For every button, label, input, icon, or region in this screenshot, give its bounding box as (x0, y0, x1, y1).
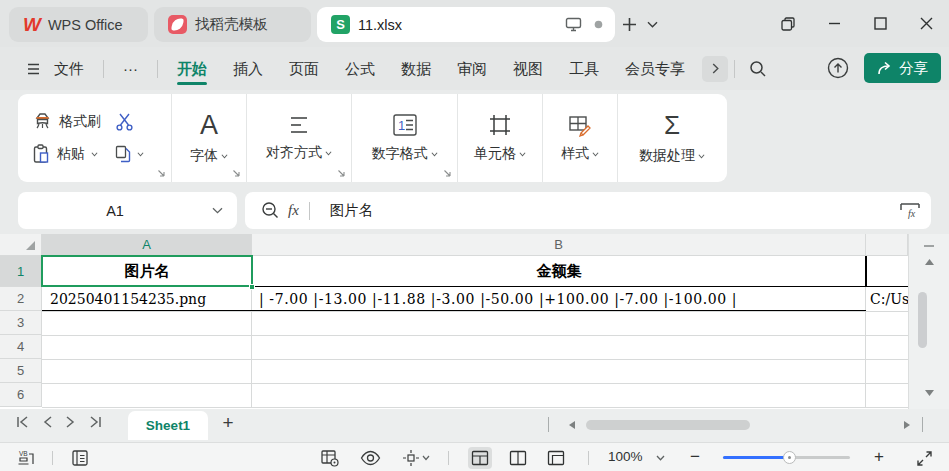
menu-tab-formulas[interactable]: 公式 (339, 49, 381, 89)
ribbon-group-cells[interactable]: 单元格 (458, 94, 543, 182)
active-cell-selection (41, 255, 253, 287)
view-page-break-button[interactable] (544, 447, 568, 469)
tab-docer-templates[interactable]: 找稻壳模板 (154, 7, 311, 42)
row-header-1[interactable]: 1 (0, 256, 42, 287)
menu-tab-data[interactable]: 数据 (395, 49, 437, 89)
menu-tab-home[interactable]: 开始 (171, 49, 213, 89)
scroll-up-arrow[interactable] (924, 258, 935, 266)
vertical-scroll-thumb[interactable] (918, 292, 927, 348)
cell-B2[interactable]: | -7.00 |-13.00 |-11.88 |-3.00 |-50.00 |… (252, 287, 866, 311)
column-header-B[interactable]: B (252, 234, 866, 256)
cut-button[interactable] (115, 112, 134, 132)
eye-visibility-icon[interactable] (358, 447, 382, 469)
scroll-right-arrow[interactable] (903, 420, 911, 430)
format-painter-button[interactable]: 格式刷 (32, 112, 101, 132)
pan-mode-icon[interactable] (398, 447, 434, 469)
new-tab-button[interactable] (622, 17, 637, 32)
previous-sheet-button[interactable] (43, 416, 52, 428)
alignment-label: 对齐方式 (266, 144, 322, 162)
tab-wps-office[interactable]: W WPS Office (9, 7, 148, 42)
chevron-down-icon (221, 153, 228, 160)
document-outline-icon[interactable] (68, 447, 92, 469)
vertical-scrollbar[interactable] (908, 234, 949, 409)
fx-icon[interactable]: fx (288, 202, 299, 219)
row-header-2[interactable]: 2 (0, 287, 42, 311)
next-sheet-button[interactable] (66, 416, 75, 428)
add-sheet-button[interactable]: + (216, 412, 240, 434)
scroll-left-arrow[interactable] (568, 420, 576, 430)
alignment-dialog-launcher[interactable] (337, 169, 346, 178)
menu-more-button[interactable]: ··· (117, 49, 144, 89)
chevron-down-icon (698, 153, 705, 160)
divider (734, 60, 735, 78)
scroll-down-arrow[interactable] (924, 389, 935, 397)
cell-B1[interactable]: 金额集 (252, 256, 866, 287)
formula-input[interactable]: fx 图片名 fx (245, 192, 931, 229)
copy-button[interactable] (114, 144, 144, 164)
ribbon-group-font[interactable]: A 字体 (172, 94, 247, 182)
menu-tab-review[interactable]: 审阅 (451, 49, 493, 89)
zoom-chevron-icon[interactable] (656, 455, 665, 461)
menu-tab-view[interactable]: 视图 (507, 49, 549, 89)
last-sheet-button[interactable] (89, 416, 102, 428)
font-dialog-launcher[interactable] (232, 169, 241, 178)
column-header-C[interactable] (866, 234, 908, 256)
row-header-6[interactable]: 6 (0, 383, 42, 407)
tab-list-chevron-icon[interactable] (647, 21, 658, 28)
macro-record-icon[interactable]: VB (14, 447, 38, 469)
ribbon-group-styles[interactable]: 样式 (543, 94, 618, 182)
sum-sigma-icon: Σ (664, 111, 680, 139)
chevron-down-icon (431, 151, 438, 158)
share-button[interactable]: 分享 (864, 53, 941, 83)
zoom-out-button[interactable]: − (690, 447, 700, 467)
split-handle-icon[interactable] (923, 244, 935, 248)
restore-window-button[interactable] (765, 0, 811, 47)
cell-C2[interactable]: C:/User (866, 287, 908, 311)
first-sheet-button[interactable] (16, 416, 29, 428)
search-icon[interactable] (749, 60, 767, 78)
cell-A2[interactable]: 20250401154235.png (42, 287, 252, 311)
paste-button[interactable]: 粘贴 (32, 144, 98, 165)
number-format-dialog-launcher[interactable] (443, 169, 452, 178)
spreadsheet-grid: A B 1 2 3 4 5 6 图片名 金额集 20250401154235.p… (0, 234, 949, 409)
horizontal-scroll-thumb[interactable] (586, 420, 750, 430)
fill-handle[interactable] (249, 284, 255, 290)
zoom-in-button[interactable]: + (874, 447, 884, 467)
ribbon-group-number-format[interactable]: 1 数字格式 (352, 94, 458, 182)
menu-tab-member[interactable]: 会员专享 (619, 49, 691, 89)
maximize-button[interactable] (857, 0, 903, 47)
clipboard-dialog-launcher[interactable] (157, 169, 166, 178)
zoom-slider-thumb[interactable] (783, 451, 796, 464)
tab-document-11-xlsx[interactable]: S 11.xlsx (317, 7, 615, 42)
zoom-level-value[interactable]: 100% (608, 449, 643, 464)
menu-file[interactable]: 文件 (48, 49, 90, 89)
view-normal-button[interactable] (468, 447, 492, 469)
ribbon-group-data-processing[interactable]: Σ 数据处理 (618, 94, 726, 182)
expand-formula-bar-icon[interactable]: fx (899, 202, 921, 220)
fullscreen-icon[interactable] (912, 447, 936, 469)
ribbon: 格式刷 粘贴 (0, 90, 949, 186)
view-page-layout-button[interactable] (506, 447, 530, 469)
ribbon-group-alignment[interactable]: 对齐方式 (247, 94, 352, 182)
device-monitor-icon[interactable] (565, 17, 582, 32)
name-box[interactable]: A1 (18, 192, 237, 229)
column-header-A[interactable]: A (42, 234, 252, 256)
minimize-button[interactable] (811, 0, 857, 47)
table-settings-icon[interactable] (318, 447, 342, 469)
row-header-5[interactable]: 5 (0, 359, 42, 383)
menu-tab-page[interactable]: 页面 (283, 49, 325, 89)
menu-overflow-button[interactable] (702, 56, 728, 82)
row-header-3[interactable]: 3 (0, 311, 42, 335)
close-button[interactable] (903, 0, 949, 47)
formula-search-icon[interactable] (261, 201, 280, 220)
main-menu-icon[interactable] (26, 63, 41, 75)
name-box-chevron-icon[interactable] (212, 207, 223, 214)
format-painter-icon (32, 112, 53, 132)
menu-tab-insert[interactable]: 插入 (227, 49, 269, 89)
cloud-upload-icon[interactable] (827, 57, 849, 79)
menu-tab-tools[interactable]: 工具 (563, 49, 605, 89)
sheet-tab-sheet1[interactable]: Sheet1 (128, 411, 208, 440)
select-all-corner[interactable] (0, 234, 42, 256)
row-header-4[interactable]: 4 (0, 335, 42, 359)
gridline (865, 287, 866, 407)
